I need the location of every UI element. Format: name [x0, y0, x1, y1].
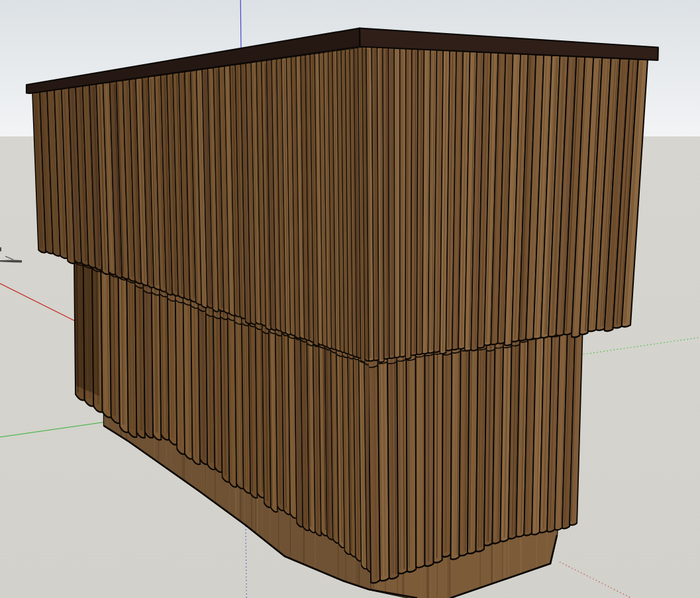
middle-left-shade — [74, 258, 99, 396]
modeling-viewport[interactable] — [0, 0, 700, 598]
distant-tick — [0, 248, 1, 252]
wood-grain-line — [395, 48, 395, 356]
scene-canvas[interactable] — [0, 0, 700, 598]
wood-grain-line — [434, 348, 435, 560]
wood-slat — [416, 350, 425, 568]
axis-blue-solid — [240, 0, 241, 48]
cap-corner-edge — [360, 28, 360, 47]
slat-band-upper-right — [366, 47, 648, 363]
wood-grain-line — [417, 352, 417, 566]
